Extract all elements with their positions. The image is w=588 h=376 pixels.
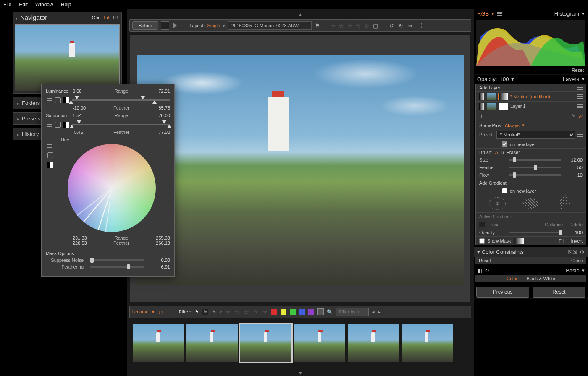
layer-mask-icon[interactable] [499,93,508,100]
gradient-new-layer-checkbox[interactable] [502,188,507,193]
saturation-range-slider[interactable] [72,120,170,129]
before-button[interactable]: Before [132,21,158,30]
color-constraints-header[interactable]: ▾ Color Constraints ⇱⇲⚙ [474,247,588,257]
sat-eyedropper-icon[interactable] [55,122,61,128]
filmstrip-prev-icon[interactable]: ◂ [372,309,375,315]
show-mask-swatch[interactable] [514,238,524,244]
layer-mask-icon[interactable] [499,103,508,110]
radial-gradient-icon[interactable]: ⊕ [489,197,506,210]
nav-grid[interactable]: Grid [92,15,101,20]
rating-star-5[interactable]: ☆ [364,23,369,29]
sort-field[interactable]: ilename [132,309,149,314]
mask-overlay-toggle[interactable] [173,23,177,28]
navigator-title[interactable]: Navigator [16,14,47,21]
sort-order-icon[interactable]: ↓↑ [158,308,164,315]
add-layer-menu-icon[interactable] [578,86,583,90]
filter-color-red[interactable] [271,309,277,315]
preset-menu-icon[interactable] [578,133,583,137]
top-expand-handle[interactable]: ▴ [127,9,474,19]
nav-fit[interactable]: Fit [104,15,109,20]
hue-eyedropper-icon[interactable] [47,152,53,158]
rating-star-3[interactable]: ☆ [347,23,352,29]
thumbnail-selected[interactable] [240,324,291,362]
filter-color-none[interactable] [318,309,323,315]
thumbnail[interactable] [186,324,238,362]
preset-select[interactable]: * Neutral* [496,131,575,139]
rating-star-1[interactable]: ☆ [331,23,336,29]
navigator-thumbnail[interactable] [15,24,120,91]
show-pins-value[interactable]: Always [505,123,520,128]
size-slider[interactable] [509,159,561,161]
cc-reset[interactable]: Reset [479,258,491,263]
filter-color-green[interactable] [290,309,296,315]
delete-button[interactable]: Delete [569,222,583,227]
filter-star-4[interactable]: ☆ [253,309,258,315]
feathering-slider[interactable] [90,266,144,268]
layout-value[interactable]: Single [207,23,220,28]
cc-collapse-icon[interactable]: ⇱⇲ [568,249,577,255]
filter-color-blue[interactable] [299,309,305,315]
grad-opacity-slider[interactable] [509,232,561,233]
previous-button[interactable]: Previous [476,287,529,298]
brush-icon[interactable]: 🖌 [578,114,583,119]
erase-label[interactable]: Erase [488,222,500,227]
menu-edit[interactable]: Edit [19,2,28,8]
filter-flag-none-icon[interactable]: ⚑ [212,309,216,315]
bg-dark-toggle[interactable] [161,21,169,30]
cc-gear-icon[interactable]: ⚙ [580,249,585,255]
suppress-noise-slider[interactable] [90,259,144,261]
histogram-mode[interactable]: RGB [477,10,489,17]
opacity-value[interactable]: 100 [500,76,509,82]
menu-help[interactable]: Help [61,2,71,8]
luminance-range-slider[interactable] [72,96,170,104]
layer-visibility-icon[interactable] [479,103,484,110]
hue-wheel[interactable] [68,144,156,232]
rating-star-2[interactable]: ☆ [339,23,344,29]
filter-text-input[interactable] [336,308,369,316]
rotate-cw-icon[interactable]: ↻ [397,22,404,29]
filter-flag-white-icon[interactable]: ⚑ [195,309,199,315]
layer-menu-icon[interactable] [578,94,583,99]
lum-eyedropper-icon[interactable] [55,97,61,103]
lum-swatch-icon[interactable] [63,97,69,103]
basic-title[interactable]: Basic [566,267,579,274]
basic-bw-tab[interactable]: Black & White [527,276,555,281]
nav-one-to-one[interactable]: 1:1 [113,15,119,20]
thumbnail[interactable] [133,324,184,362]
filter-flag-reject-icon[interactable]: ⚑ [202,309,208,315]
erase-swatch[interactable] [479,222,485,227]
menu-file[interactable]: File [3,2,11,8]
histogram-options-icon[interactable] [497,12,502,16]
filter-color-yellow[interactable] [281,309,286,315]
brush-b[interactable]: B [501,150,504,155]
hue-options-icon[interactable] [47,144,52,148]
thumbnail[interactable] [348,324,399,362]
rotate-ccw-icon[interactable]: ↺ [388,22,395,29]
filter-star-1[interactable]: ☆ [226,309,231,315]
sat-swatch-icon[interactable] [63,122,69,128]
invert-button[interactable]: Invert [571,238,583,243]
thumbnail[interactable] [294,324,345,362]
eyedropper-icon[interactable]: ✎ [572,113,575,119]
cc-close[interactable]: Close [571,258,583,263]
brush-eraser[interactable]: Eraser [506,150,520,155]
flip-icon[interactable]: ⇔ [407,22,413,29]
mirror-gradient-icon[interactable] [559,195,570,212]
hue-swatch-icon[interactable] [47,162,53,168]
collapse-button[interactable]: Collapse [545,222,563,227]
filter-color-purple[interactable] [308,309,314,315]
basic-color-tab[interactable]: Color [507,276,517,281]
compare-icon[interactable]: ◧ [477,267,482,274]
brush-a[interactable]: A [495,150,498,155]
flow-slider[interactable] [509,174,561,176]
search-icon[interactable]: 🔍 [327,309,333,315]
reset-button[interactable]: Reset [533,287,585,298]
crop-icon[interactable]: ⌗ [479,112,483,120]
linear-gradient-icon[interactable] [522,198,539,209]
label-icon[interactable]: ▢ [372,22,379,29]
fill-button[interactable]: Fill [559,238,564,243]
layer-visibility-icon[interactable] [479,93,484,100]
show-mask-checkbox[interactable] [479,238,485,244]
sync-icon[interactable]: ↻ [485,267,489,274]
image-canvas[interactable] [130,35,470,302]
